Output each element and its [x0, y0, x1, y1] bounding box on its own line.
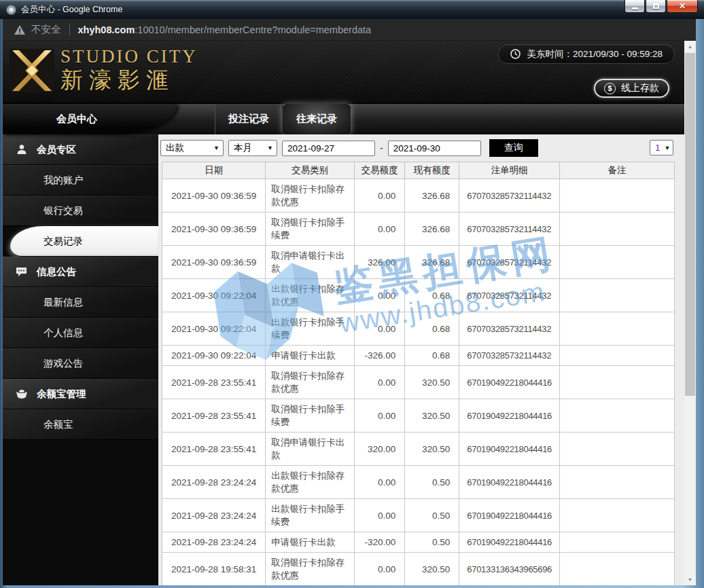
col-header-balance: 现有额度	[405, 162, 459, 179]
restore-button[interactable]	[646, 0, 666, 13]
cell-balance: 0.68	[405, 279, 459, 312]
cell-date: 2021-09-30 09:22:04	[162, 346, 266, 366]
page-scrollbar[interactable]: ▲ ▼	[684, 41, 696, 585]
cell-balance: 0.50	[405, 499, 459, 532]
col-header-date: 日期	[162, 162, 266, 179]
cell-date: 2021-09-28 23:24:24	[162, 466, 266, 499]
sidebar-item-personal-messages[interactable]: 个人信息	[3, 318, 158, 348]
sidebar-item-latest-news[interactable]: 最新信息	[3, 287, 158, 318]
cell-type: 申请银行卡出款	[266, 532, 354, 553]
cell-note	[560, 179, 675, 213]
sidebar-item-game-announcements[interactable]: 游戏公告	[3, 348, 158, 379]
page-select[interactable]: 1 ▼	[650, 140, 673, 155]
tab-transaction-records[interactable]: 往来记录	[283, 104, 351, 134]
browser-window: 会员中心 - Google Chrome ✕ 不安全 xhyh08.com:10…	[0, 0, 704, 588]
section-title: 余额宝管理	[37, 388, 86, 401]
url-domain: xhyh08.com	[78, 24, 135, 35]
window-titlebar: 会员中心 - Google Chrome ✕	[0, 0, 704, 19]
cell-type: 取消申请银行卡出款	[266, 433, 354, 466]
sidebar-filler	[3, 440, 158, 585]
cell-balance: 326.68	[405, 179, 459, 213]
cell-note	[560, 279, 675, 312]
cell-date: 2021-09-28 23:24:24	[162, 499, 266, 532]
cell-date: 2021-09-28 23:55:41	[162, 366, 266, 399]
cell-type: 取消银行卡扣除手续费	[266, 213, 354, 246]
cell-order-detail: 670703285732114432	[459, 312, 560, 346]
close-icon: ✕	[679, 2, 686, 10]
transaction-type-select[interactable]: 出款 ▼	[160, 140, 224, 156]
sidebar-section-announcements[interactable]: 信息公告	[3, 257, 158, 287]
cell-note	[560, 466, 675, 499]
scrollbar-thumb[interactable]	[685, 53, 695, 396]
cell-amount: 326.00	[354, 246, 405, 279]
cell-type: 出款银行卡扣除存款优惠	[266, 466, 354, 499]
url-path: :10010/member/memberCentre?module=member…	[135, 24, 371, 35]
table-row: 2021-09-28 23:55:41 取消申请银行卡出款 320.00 320…	[162, 433, 675, 466]
studio-city-logo-icon	[10, 49, 54, 92]
message-icon	[15, 267, 28, 277]
cell-date: 2021-09-28 19:58:31	[162, 553, 266, 586]
chevron-down-icon: ▼	[665, 145, 671, 151]
logo-name: STUDIO CITY	[60, 47, 198, 67]
cell-order-detail: 670190492218044416	[459, 532, 560, 553]
cell-order-detail: 670190492218044416	[459, 366, 560, 399]
scroll-up-icon[interactable]: ▲	[684, 41, 696, 52]
cell-date: 2021-09-28 23:55:41	[162, 433, 266, 466]
online-deposit-button[interactable]: $ 线上存款	[594, 79, 669, 98]
cell-date: 2021-09-28 23:55:41	[162, 399, 266, 433]
sidebar-section-member-zone[interactable]: 会员专区	[3, 134, 158, 165]
cell-amount: 0.00	[354, 179, 405, 213]
table-row: 2021-09-30 09:22:04 申请银行卡出款 -326.00 0.68…	[162, 346, 675, 366]
cell-type: 出款银行卡扣除手续费	[266, 312, 354, 346]
date-to-input[interactable]	[388, 141, 481, 156]
deposit-label: 线上存款	[621, 82, 659, 94]
col-header-note: 备注	[560, 162, 675, 179]
cell-note	[560, 553, 675, 586]
cell-amount: 0.00	[354, 466, 405, 499]
cell-balance: 0.50	[405, 532, 459, 553]
transactions-table: 日期 交易类别 交易额度 现有额度 注单明细 备注	[162, 162, 675, 585]
address-bar[interactable]: 不安全 xhyh08.com:10010/member/memberCentre…	[3, 19, 696, 41]
cell-note	[560, 213, 675, 246]
date-from-input[interactable]	[282, 141, 375, 156]
cell-note	[560, 366, 675, 399]
sidebar-item-bank-transactions[interactable]: 银行交易	[3, 196, 158, 226]
chevron-down-icon: ▼	[213, 145, 219, 151]
scroll-down-icon[interactable]: ▼	[684, 574, 696, 585]
table-row: 2021-09-28 23:24:24 申请银行卡出款 -320.00 0.50…	[162, 532, 675, 553]
tab-betting-records[interactable]: 投注记录	[215, 104, 283, 134]
cell-amount: 0.00	[354, 279, 405, 312]
cell-note	[560, 433, 675, 466]
sidebar-item-transaction-records[interactable]: 交易记录	[10, 226, 158, 257]
period-select[interactable]: 本月 ▼	[228, 140, 277, 156]
page: STUDIO CITY 新濠影滙 美东时间：2021/09/30 - 09:59…	[3, 41, 696, 585]
close-button[interactable]: ✕	[667, 0, 698, 13]
sidebar-item-my-account[interactable]: 我的账户	[3, 165, 158, 196]
sidebar-section-yuebao[interactable]: 余额宝管理	[3, 379, 158, 409]
sidebar-item-yuebao[interactable]: 余额宝	[3, 409, 158, 440]
cell-amount: 320.00	[354, 433, 405, 466]
cell-date: 2021-09-30 09:36:59	[162, 179, 266, 213]
window-title: 会员中心 - Google Chrome	[21, 4, 122, 16]
cell-date: 2021-09-30 09:36:59	[162, 246, 266, 279]
col-header-amount: 交易额度	[354, 162, 405, 179]
table-row: 2021-09-30 09:22:04 出款银行卡扣除手续费 0.00 0.68…	[162, 312, 675, 346]
cell-type: 取消银行卡扣除存款优惠	[266, 179, 354, 213]
table-row: 2021-09-28 23:55:41 取消银行卡扣除存款优惠 0.00 320…	[162, 366, 675, 399]
url-text[interactable]: xhyh08.com:10010/member/memberCentre?mod…	[78, 24, 372, 35]
cell-order-detail: 670190492218044416	[459, 499, 560, 532]
dollar-icon: $	[604, 83, 616, 94]
member-center-header[interactable]: 会员中心	[3, 104, 177, 134]
table-row: 2021-09-28 19:58:31 取消银行卡扣除存款优惠 0.00 320…	[162, 553, 675, 586]
cell-order-detail: 670703285732114432	[459, 246, 560, 279]
search-button[interactable]: 查询	[489, 139, 538, 157]
cell-balance: 326.68	[405, 246, 459, 279]
window-controls: ✕	[624, 0, 698, 13]
filter-bar: 出款 ▼ 本月 ▼ - 查询	[160, 139, 679, 158]
cell-order-detail: 670703285732114432	[459, 346, 560, 366]
minimize-button[interactable]	[624, 0, 645, 13]
warning-icon	[14, 25, 25, 35]
cell-type: 取消申请银行卡出款	[266, 246, 354, 279]
cell-amount: 0.00	[354, 499, 405, 532]
cell-note	[560, 346, 675, 366]
